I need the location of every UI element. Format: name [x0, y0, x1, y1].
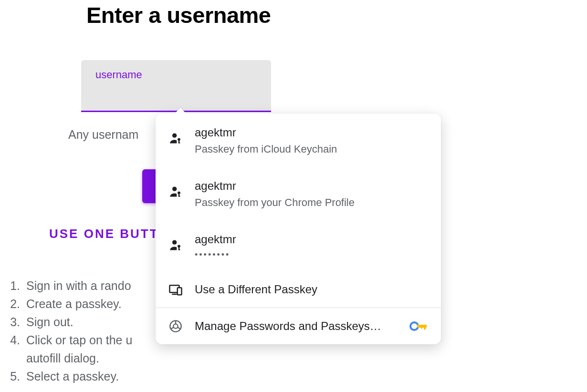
svg-line-19: [178, 327, 180, 329]
person-key-icon: [168, 131, 183, 146]
svg-rect-22: [424, 325, 426, 330]
svg-rect-23: [421, 325, 422, 329]
svg-point-8: [172, 240, 177, 245]
svg-rect-14: [178, 288, 182, 295]
passkey-source: Passkey from your Chrome Profile: [195, 196, 355, 209]
autofill-popup: agektmr Passkey from iCloud Keychain age…: [156, 113, 441, 344]
instruction-list: Sign in with a rando Create a passkey. S…: [2, 277, 132, 385]
one-button-link[interactable]: USE ONE BUTT: [49, 227, 159, 241]
page-title: Enter a username: [86, 2, 271, 28]
passkey-option-chrome[interactable]: agektmr Passkey from your Chrome Profile: [156, 167, 441, 220]
svg-rect-11: [178, 249, 180, 250]
chrome-icon: [168, 319, 183, 334]
person-key-icon: [168, 184, 183, 199]
use-different-passkey[interactable]: Use a Different Passkey: [156, 271, 441, 308]
popup-caret: [175, 108, 186, 113]
svg-rect-7: [178, 196, 180, 196]
list-item: Sign out.: [23, 313, 132, 331]
svg-rect-3: [178, 142, 180, 143]
password-option[interactable]: agektmr ••••••••: [156, 220, 441, 271]
list-item: Click or tap on the uautofill dialog.: [23, 331, 132, 367]
list-item: Select a passkey.: [23, 367, 132, 385]
passkey-username: agektmr: [195, 179, 355, 193]
svg-point-20: [410, 322, 418, 330]
svg-point-16: [173, 324, 178, 328]
svg-point-5: [178, 191, 180, 194]
use-different-label: Use a Different Passkey: [195, 283, 317, 296]
passkey-option-icloud[interactable]: agektmr Passkey from iCloud Keychain: [156, 113, 441, 167]
passkey-source: Passkey from iCloud Keychain: [195, 143, 337, 155]
svg-point-0: [172, 134, 177, 138]
svg-point-1: [178, 138, 180, 141]
password-masked: ••••••••: [195, 250, 236, 260]
passkey-username: agektmr: [195, 126, 337, 139]
password-username: agektmr: [195, 233, 236, 246]
username-input[interactable]: [95, 83, 258, 102]
person-key-icon: [168, 237, 183, 253]
svg-line-18: [171, 327, 174, 329]
manage-label: Manage Passwords and Passkeys…: [195, 320, 409, 333]
username-field[interactable]: username: [81, 60, 271, 112]
list-item: Sign in with a rando: [23, 277, 132, 295]
list-item: Create a passkey.: [23, 295, 132, 313]
svg-point-9: [178, 245, 180, 248]
key-colored-icon: [409, 320, 429, 332]
manage-passwords[interactable]: Manage Passwords and Passkeys…: [156, 308, 441, 344]
devices-icon: [168, 282, 183, 297]
svg-point-4: [172, 187, 177, 191]
username-label: username: [95, 69, 142, 81]
helper-text: Any usernam: [68, 128, 138, 142]
